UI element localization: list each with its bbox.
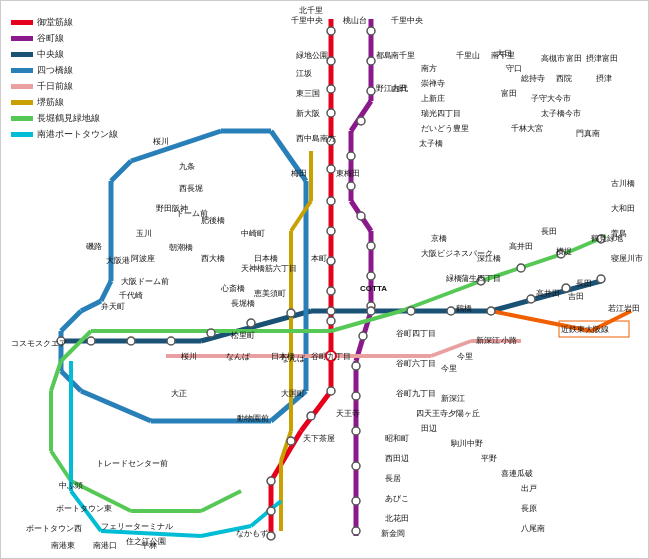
svg-text:天下茶屋: 天下茶屋	[303, 434, 335, 443]
svg-text:平野: 平野	[481, 454, 497, 463]
svg-point-60	[327, 57, 335, 65]
svg-text:長田: 長田	[541, 227, 557, 236]
tanimachi-color	[11, 36, 33, 41]
svg-text:なんば: なんば	[226, 352, 251, 361]
svg-point-59	[327, 27, 335, 35]
svg-point-96	[127, 337, 135, 345]
svg-text:長堀橋: 長堀橋	[231, 299, 255, 308]
nanko-label: 南港ポートタウン線	[37, 128, 118, 141]
svg-text:谷町六丁目: 谷町六丁目	[396, 359, 436, 368]
svg-text:古川橋: 古川橋	[611, 179, 635, 188]
svg-text:大国町: 大国町	[281, 389, 305, 398]
svg-point-68	[327, 287, 335, 295]
svg-text:千林大宮: 千林大宮	[511, 124, 543, 133]
svg-text:小路: 小路	[501, 336, 517, 345]
svg-text:総持寺: 総持寺	[520, 74, 545, 83]
svg-point-74	[267, 477, 275, 485]
svg-point-77	[367, 27, 375, 35]
svg-text:平林: 平林	[141, 541, 157, 550]
legend-nagahori: 長堀鶴見緑地線	[11, 112, 118, 125]
svg-text:北千里: 北千里	[299, 6, 323, 15]
svg-point-62	[327, 109, 335, 117]
svg-text:駒川中野: 駒川中野	[450, 439, 483, 448]
svg-text:九条: 九条	[179, 162, 195, 171]
legend-yotsubashi: 四つ橋線	[11, 64, 118, 77]
svg-point-80	[357, 117, 365, 125]
svg-point-85	[367, 272, 375, 280]
svg-line-24	[101, 281, 111, 301]
svg-point-107	[562, 284, 570, 292]
svg-point-105	[487, 307, 495, 315]
svg-line-6	[351, 101, 371, 131]
svg-text:天王寺: 天王寺	[336, 409, 360, 418]
svg-text:ドーム前: ドーム前	[176, 209, 208, 218]
svg-point-103	[407, 307, 415, 315]
svg-text:吉田: 吉田	[568, 292, 584, 301]
svg-point-69	[327, 317, 335, 325]
svg-text:田辺: 田辺	[421, 424, 437, 433]
svg-line-19	[81, 391, 151, 421]
svg-text:大阪港: 大阪港	[106, 256, 130, 265]
svg-text:高井田: 高井田	[509, 242, 533, 251]
svg-text:日本橋: 日本橋	[254, 254, 278, 263]
svg-text:京橋: 京橋	[431, 234, 447, 243]
svg-text:玉川: 玉川	[136, 229, 152, 238]
svg-text:蒲生四丁目: 蒲生四丁目	[461, 274, 501, 283]
svg-text:大日: 大日	[496, 49, 512, 58]
svg-text:ボートタウン東: ボートタウン東	[56, 504, 112, 513]
yotsubashi-label: 四つ橋線	[37, 64, 73, 77]
svg-point-72	[307, 412, 315, 420]
svg-text:東三国: 東三国	[296, 89, 320, 98]
svg-text:四天王寺夕陽ヶ丘: 四天王寺夕陽ヶ丘	[416, 409, 480, 418]
svg-text:あびこ: あびこ	[385, 494, 409, 503]
svg-line-50	[201, 491, 241, 511]
svg-point-61	[327, 85, 335, 93]
svg-point-101	[327, 307, 335, 315]
svg-text:千代崎: 千代崎	[119, 291, 143, 300]
svg-text:南千里: 南千里	[391, 51, 415, 60]
svg-text:南港口: 南港口	[93, 541, 117, 550]
svg-text:南方: 南方	[421, 64, 437, 73]
svg-line-47	[51, 451, 71, 481]
svg-text:緑橋: 緑橋	[445, 274, 462, 283]
svg-point-106	[527, 295, 535, 303]
svg-text:中ふ頭: 中ふ頭	[59, 481, 83, 490]
legend-sennichimae: 千日前線	[11, 80, 118, 93]
svg-text:動物園前: 動物園前	[237, 414, 269, 423]
svg-text:富田: 富田	[566, 54, 582, 63]
svg-line-56	[251, 501, 281, 526]
svg-text:喜連瓜破: 喜連瓜破	[501, 469, 533, 478]
svg-text:新大阪: 新大阪	[296, 109, 320, 118]
svg-text:江坂: 江坂	[296, 69, 312, 78]
yotsubashi-color	[11, 68, 33, 73]
svg-point-82	[347, 182, 355, 190]
svg-text:大正: 大正	[171, 389, 187, 398]
svg-text:西院: 西院	[556, 74, 572, 83]
svg-point-78	[367, 57, 375, 65]
svg-point-92	[352, 497, 360, 505]
svg-text:若江岩田: 若江岩田	[608, 304, 640, 313]
svg-text:深江橋: 深江橋	[477, 254, 501, 263]
svg-point-90	[352, 427, 360, 435]
svg-text:桜川: 桜川	[153, 137, 169, 146]
svg-text:千里山: 千里山	[456, 51, 480, 60]
svg-text:トレードセンター前: トレードセンター前	[96, 459, 168, 468]
svg-point-65	[327, 197, 335, 205]
svg-text:西大橋: 西大橋	[201, 254, 225, 263]
svg-text:都島: 都島	[376, 51, 392, 60]
midosuji-color	[11, 20, 33, 25]
svg-point-84	[367, 242, 375, 250]
svg-text:今里: 今里	[457, 352, 473, 361]
sakasuji-label: 堺筋線	[37, 96, 64, 109]
nanko-color	[11, 132, 33, 137]
svg-text:桃山台: 桃山台	[343, 16, 367, 25]
svg-text:昭和町: 昭和町	[385, 434, 409, 443]
svg-point-110	[517, 264, 525, 272]
svg-text:出戸: 出戸	[521, 484, 537, 493]
svg-point-91	[352, 462, 360, 470]
svg-text:野江内代: 野江内代	[376, 84, 408, 93]
svg-text:朝潮橋: 朝潮橋	[169, 243, 193, 252]
legend: 御堂筋線 谷町線 中央線 四つ橋線 千日前線 堺筋線 長堀鶴見緑地線 南港ポー	[11, 16, 118, 144]
svg-point-99	[247, 319, 255, 327]
svg-point-87	[359, 332, 367, 340]
